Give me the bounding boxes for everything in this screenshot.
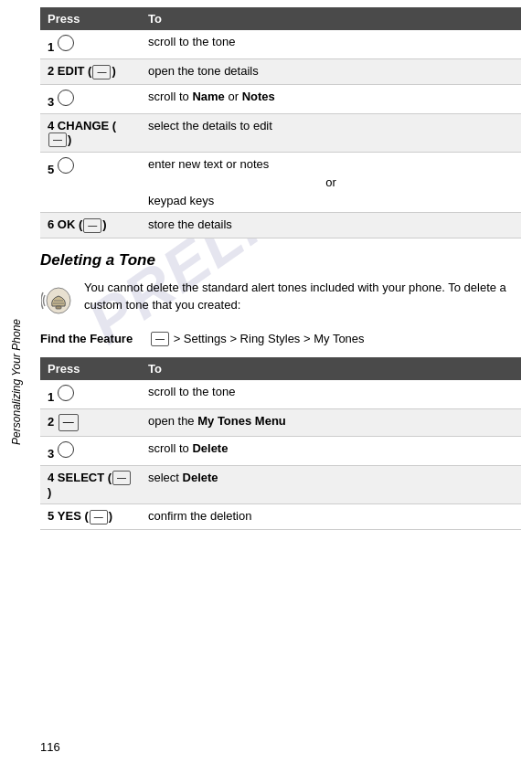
circle-icon [58, 90, 74, 106]
circle-icon [58, 35, 74, 51]
table-row: 4 CHANGE (—) select the details to edit [40, 113, 521, 153]
press-cell: 5 YES (—) [40, 504, 141, 530]
find-feature-row: Find the Feature — > Settings > Ring Sty… [40, 332, 521, 347]
table-row: 5 YES (—) confirm the deletion [40, 504, 521, 530]
menu-icon: — [83, 218, 101, 233]
table1-header-press: Press [40, 7, 141, 30]
section-title: Deleting a Tone [40, 251, 521, 270]
to-cell: select Delete [141, 465, 521, 504]
table1-header-to: To [141, 7, 521, 30]
press-cell: 3 [40, 84, 141, 113]
table-row: 2 EDIT (—) open the tone details [40, 59, 521, 85]
to-cell: scroll to Delete [141, 436, 521, 465]
menu-icon: — [112, 471, 131, 485]
press-cell: 4 SELECT (—) [40, 465, 141, 504]
press-cell: 1 [40, 30, 141, 59]
press-cell: 4 CHANGE (—) [40, 113, 141, 153]
table-row: 1 scroll to the tone [40, 380, 521, 409]
keypad-cell: keypad keys [141, 189, 521, 213]
to-cell: open the My Tones Menu [141, 409, 521, 436]
press-cell: 6 OK (—) [40, 213, 141, 238]
to-cell: open the tone details [141, 59, 521, 85]
table2-header-press: Press [40, 357, 141, 380]
circle-icon [58, 157, 74, 174]
main-content: Press To 1 scroll to the tone 2 EDIT (—)… [33, 0, 532, 763]
to-cell: store the details [141, 213, 521, 238]
to-cell: select the details to edit [141, 113, 521, 153]
to-cell: scroll to Name or Notes [141, 84, 521, 113]
bell-icon-container [40, 279, 77, 321]
menu-icon: — [59, 414, 79, 430]
press-cell: 2 EDIT (—) [40, 59, 141, 85]
to-cell: scroll to the tone [141, 30, 521, 59]
table-row: 5 enter new text or notes [40, 153, 521, 176]
circle-icon [58, 441, 74, 458]
circle-icon [58, 385, 74, 401]
table2: Press To 1 scroll to the tone 2 — open t… [40, 357, 521, 530]
find-feature-value: — > Settings > Ring Styles > My Tones [150, 332, 365, 347]
or-cell: or [141, 175, 521, 189]
description-text: You cannot delete the standard alert ton… [84, 279, 521, 314]
menu-icon: — [48, 132, 67, 147]
table-row: 4 SELECT (—) select Delete [40, 465, 521, 504]
sidebar: Personalizing Your Phone [0, 0, 33, 763]
menu-icon: — [92, 65, 111, 79]
page-number: 116 [40, 740, 60, 754]
table-row: 2 — open the My Tones Menu [40, 409, 521, 436]
table-row: 6 OK (—) store the details [40, 213, 521, 238]
table2-header-to: To [141, 357, 521, 380]
table-row: 1 scroll to the tone [40, 30, 521, 59]
to-cell: scroll to the tone [141, 380, 521, 409]
to-cell: enter new text or notes [141, 153, 521, 176]
press-cell: 2 — [40, 409, 141, 436]
press-cell: 3 [40, 436, 141, 465]
table1: Press To 1 scroll to the tone 2 EDIT (—)… [40, 7, 521, 238]
press-cell: 5 [40, 153, 141, 213]
svg-rect-1 [56, 306, 61, 309]
find-feature-label: Find the Feature [40, 332, 150, 345]
bell-icon [41, 281, 76, 321]
sidebar-label: Personalizing Your Phone [10, 319, 23, 445]
table-row: 3 scroll to Delete [40, 436, 521, 465]
table-row: 3 scroll to Name or Notes [40, 84, 521, 113]
description-block: You cannot delete the standard alert ton… [40, 279, 521, 321]
to-cell: confirm the deletion [141, 504, 521, 530]
menu-icon: — [90, 510, 108, 525]
press-cell: 1 [40, 380, 141, 409]
menu-icon: — [151, 332, 169, 346]
